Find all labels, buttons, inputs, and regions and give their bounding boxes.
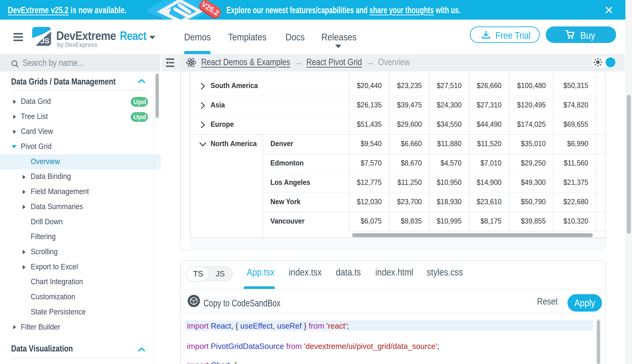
- svg-text:JS: JS: [40, 37, 49, 45]
